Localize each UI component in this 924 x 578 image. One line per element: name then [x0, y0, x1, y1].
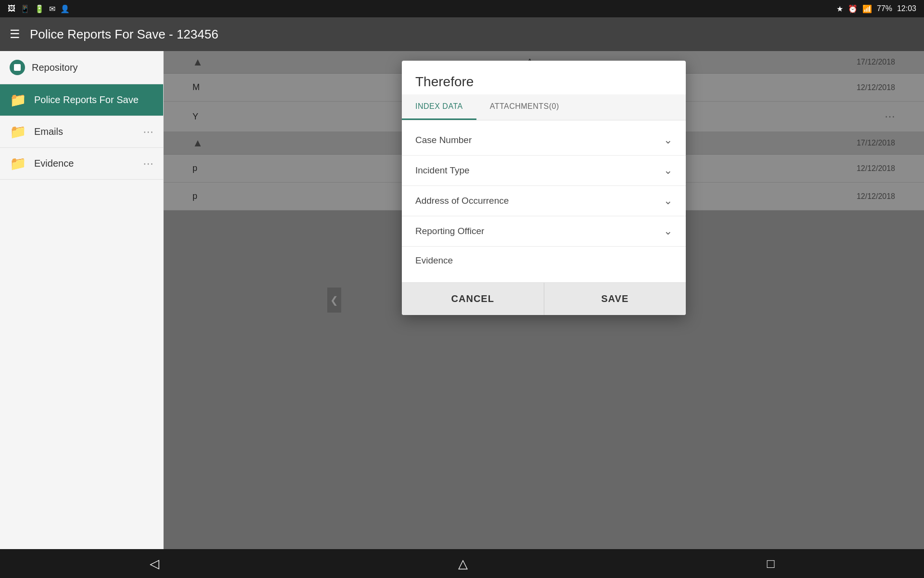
- bluetooth-icon: ★: [836, 4, 843, 13]
- status-icons-right: ★ ⏰ 📶 77% 12:03: [836, 4, 916, 13]
- tablet-icon: 📱: [20, 4, 30, 13]
- alarm-icon: ⏰: [848, 4, 858, 13]
- battery-charging-icon: 🔋: [35, 4, 44, 13]
- field-evidence-label: Evidence: [415, 255, 453, 265]
- repository-label: Repository: [32, 62, 78, 73]
- battery-level: 77%: [877, 4, 892, 13]
- recents-button[interactable]: □: [757, 552, 784, 575]
- bottom-nav: ◁ △ □: [0, 549, 924, 578]
- sidebar-item-emails[interactable]: 📁 Emails ⋯: [0, 116, 163, 148]
- main-content: ❮ ▲ A 17/12/2018 M 12/12/2018 Y ⋯ ▲: [164, 51, 924, 549]
- field-incident-type[interactable]: Incident Type ⌄: [402, 156, 686, 186]
- sidebar-repo: Repository: [0, 51, 163, 84]
- hamburger-icon[interactable]: ☰: [10, 27, 20, 41]
- chevron-reporting-officer-icon: ⌄: [664, 225, 672, 237]
- folder-evidence-icon: 📁: [10, 156, 26, 171]
- app-header: ☰ Police Reports For Save - 123456: [0, 17, 924, 51]
- dialog-actions: CANCEL SAVE: [402, 282, 686, 315]
- field-incident-type-label: Incident Type: [415, 165, 470, 176]
- repo-icon-inner: [14, 64, 21, 71]
- status-bar: 🖼 📱 🔋 ✉ 👤 ★ ⏰ 📶 77% 12:03: [0, 0, 924, 17]
- chevron-address-icon: ⌄: [664, 195, 672, 207]
- sidebar: Repository 📁 Police Reports For Save 📁 E…: [0, 51, 164, 549]
- sidebar-item-police-reports[interactable]: 📁 Police Reports For Save: [0, 84, 163, 116]
- evidence-more-icon[interactable]: ⋯: [143, 158, 154, 170]
- folder-emails-icon: 📁: [10, 124, 26, 140]
- save-button[interactable]: SAVE: [544, 283, 686, 315]
- back-button[interactable]: ◁: [140, 552, 169, 575]
- field-case-number-label: Case Number: [415, 135, 472, 145]
- dialog-tabs: INDEX DATA ATTACHMENTS(0): [402, 94, 686, 120]
- photo-icon: 🖼: [8, 4, 15, 13]
- dialog-body: Case Number ⌄ Incident Type ⌄ Address of…: [402, 120, 686, 282]
- chevron-incident-type-icon: ⌄: [664, 164, 672, 177]
- tab-attachments[interactable]: ATTACHMENTS(0): [476, 94, 573, 120]
- emails-more-icon[interactable]: ⋯: [143, 126, 154, 138]
- field-reporting-officer[interactable]: Reporting Officer ⌄: [402, 216, 686, 247]
- sidebar-item-evidence[interactable]: 📁 Evidence ⋯: [0, 148, 163, 180]
- repo-icon: [10, 60, 25, 75]
- sidebar-item-emails-label: Emails: [34, 126, 135, 137]
- sidebar-item-evidence-label: Evidence: [34, 158, 135, 169]
- dialog-overlay: Therefore INDEX DATA ATTACHMENTS(0) Case…: [164, 51, 924, 549]
- cancel-button[interactable]: CANCEL: [402, 283, 544, 315]
- tab-index-data[interactable]: INDEX DATA: [402, 94, 476, 120]
- home-button[interactable]: △: [449, 552, 477, 575]
- field-address-label: Address of Occurrence: [415, 196, 509, 206]
- field-case-number[interactable]: Case Number ⌄: [402, 125, 686, 156]
- mail-icon: ✉: [49, 4, 55, 13]
- sidebar-item-police-label: Police Reports For Save: [34, 94, 154, 105]
- field-address[interactable]: Address of Occurrence ⌄: [402, 186, 686, 216]
- person-icon: 👤: [60, 4, 70, 13]
- dialog: Therefore INDEX DATA ATTACHMENTS(0) Case…: [402, 61, 686, 315]
- content-area: Repository 📁 Police Reports For Save 📁 E…: [0, 51, 924, 549]
- folder-police-icon: 📁: [10, 92, 26, 108]
- chevron-case-number-icon: ⌄: [664, 134, 672, 146]
- wifi-icon: 📶: [862, 4, 872, 13]
- app-container: ☰ Police Reports For Save - 123456 Repos…: [0, 17, 924, 549]
- app-title: Police Reports For Save - 123456: [30, 27, 218, 42]
- field-evidence: Evidence: [402, 247, 686, 277]
- field-reporting-officer-label: Reporting Officer: [415, 226, 484, 236]
- clock: 12:03: [897, 4, 916, 13]
- dialog-title: Therefore: [402, 61, 686, 94]
- status-icons-left: 🖼 📱 🔋 ✉ 👤: [8, 4, 70, 13]
